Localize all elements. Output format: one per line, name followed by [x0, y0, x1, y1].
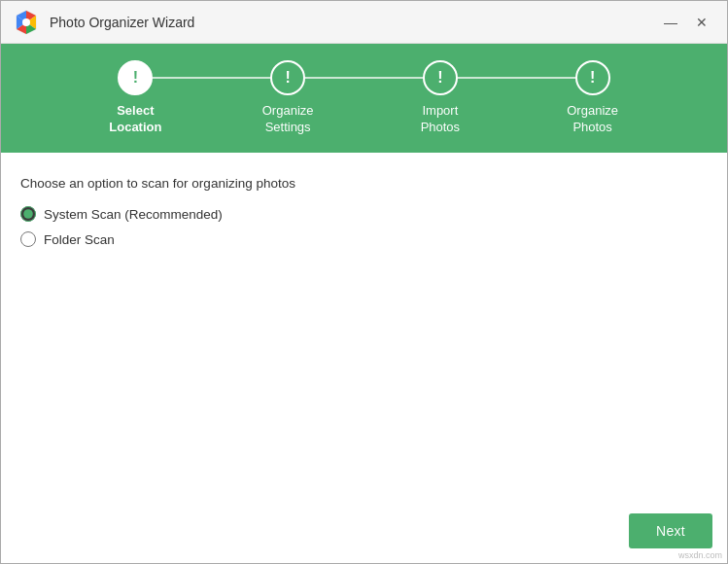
folder-scan-label: Folder Scan — [44, 232, 115, 247]
steps-container: ! SelectLocation ! OrganizeSettings ! Im… — [59, 60, 669, 136]
step-3-label: ImportPhotos — [421, 103, 460, 136]
connector-1-2 — [153, 77, 270, 79]
footer: Next — [629, 513, 712, 548]
wizard-header: ! SelectLocation ! OrganizeSettings ! Im… — [1, 44, 727, 153]
step-2-label: OrganizeSettings — [262, 103, 314, 136]
step-organize-photos: ! OrganizePhotos — [516, 60, 669, 136]
connector-2-3 — [305, 77, 423, 79]
content-area: Choose an option to scan for organizing … — [1, 153, 727, 276]
close-button[interactable]: ✕ — [688, 9, 715, 36]
step-1-label: SelectLocation — [109, 103, 161, 136]
app-title: Photo Organizer Wizard — [50, 15, 657, 30]
folder-scan-option[interactable]: Folder Scan — [20, 231, 708, 247]
instruction-text: Choose an option to scan for organizing … — [20, 176, 708, 191]
step-import-photos: ! ImportPhotos — [364, 60, 517, 136]
step-1-circle: ! — [118, 60, 153, 95]
system-scan-option[interactable]: System Scan (Recommended) — [20, 206, 708, 222]
system-scan-radio[interactable] — [20, 206, 36, 222]
connector-3-4 — [458, 77, 575, 79]
next-button[interactable]: Next — [629, 513, 712, 548]
watermark: wsxdn.com — [678, 550, 722, 560]
step-4-circle: ! — [575, 60, 610, 95]
step-2-circle: ! — [270, 60, 305, 95]
title-bar: Photo Organizer Wizard — ✕ — [1, 1, 727, 44]
folder-scan-radio[interactable] — [20, 231, 36, 247]
step-3-circle: ! — [423, 60, 458, 95]
system-scan-label: System Scan (Recommended) — [44, 207, 223, 222]
step-4-label: OrganizePhotos — [567, 103, 618, 136]
step-select-location: ! SelectLocation — [59, 60, 212, 136]
minimize-button[interactable]: — — [657, 9, 684, 36]
step-organize-settings: ! OrganizeSettings — [212, 60, 364, 136]
window-controls: — ✕ — [657, 9, 715, 36]
svg-point-1 — [22, 18, 30, 26]
app-logo — [13, 9, 40, 36]
